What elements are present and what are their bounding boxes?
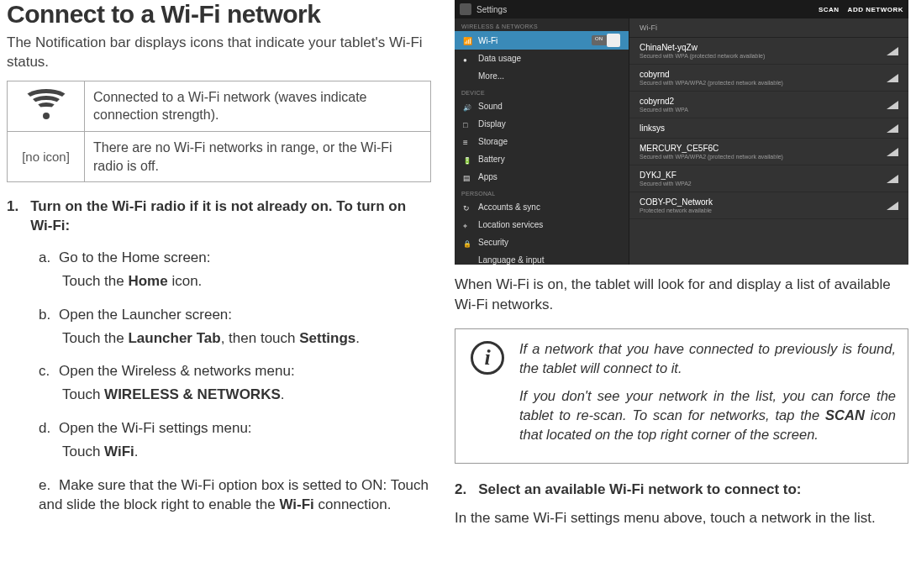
sidebar-item-language[interactable]: Language & input [455, 251, 629, 265]
wifi-signal-icon [23, 89, 70, 119]
signal-icon [887, 101, 898, 109]
sidebar-item-display[interactable]: Display [455, 115, 629, 133]
signal-icon [887, 124, 898, 133]
signal-icon [887, 148, 898, 156]
sidebar-item-security[interactable]: Security [455, 234, 629, 251]
network-security: Secured with WPA/WPA2 (protected network… [640, 80, 887, 86]
network-name: DYKJ_KF [640, 171, 887, 180]
battery-icon [463, 155, 471, 164]
network-security: Secured with WPA2 [640, 181, 887, 186]
data-usage-icon [463, 55, 471, 63]
intro-text: The Notification bar displays icons that… [7, 34, 431, 72]
step-2-desc: In the same Wi-Fi settings menu above, t… [455, 508, 908, 528]
wifi-icon [463, 36, 471, 45]
sidebar-item-storage[interactable]: Storage [455, 133, 629, 150]
network-name: cobyrnd2 [640, 97, 887, 106]
substep-d: d.Open the Wi-Fi settings menu: Touch Wi… [39, 418, 431, 462]
substep-e: e.Make sure that the Wi-Fi option box is… [39, 475, 431, 516]
display-icon [463, 120, 471, 129]
signal-icon [887, 47, 898, 55]
network-name: MERCURY_CE5F6C [640, 144, 887, 153]
status-noicon-desc: There are no Wi-Fi networks in range, or… [85, 132, 431, 182]
network-row[interactable]: linksys [629, 118, 908, 139]
info-paragraph-2: If you don't see your network in the lis… [519, 386, 896, 444]
apps-icon [463, 173, 471, 181]
location-icon [463, 221, 471, 229]
device-header: DEVICE [455, 85, 629, 97]
settings-title: Settings [476, 5, 507, 14]
network-row[interactable]: MERCURY_CE5F6CSecured with WPA/WPA2 (pro… [629, 139, 908, 165]
step-2: 2. Select an available Wi-Fi network to … [455, 480, 908, 500]
settings-screenshot: Settings SCAN ADD NETWORK WIRELESS & NET… [455, 0, 908, 265]
step-2-number: 2. [455, 480, 466, 500]
lock-icon [463, 239, 471, 247]
settings-app-icon [460, 3, 471, 15]
signal-icon [887, 202, 898, 210]
add-network-button[interactable]: ADD NETWORK [848, 6, 903, 13]
network-security: Protected network available [640, 207, 887, 213]
personal-header: PERSONAL [455, 186, 629, 198]
wifi-panel-header: Wi-Fi [629, 18, 908, 38]
substep-c: c.Open the Wireless & networks menu: Tou… [39, 361, 431, 405]
no-icon-label: [no icon] [22, 150, 70, 164]
info-paragraph-1: If a network that you have connected to … [519, 339, 896, 378]
network-security: Secured with WPA [640, 107, 887, 113]
network-row[interactable]: cobyrnd2Secured with WPA [629, 92, 908, 118]
network-row[interactable]: cobyrndSecured with WPA/WPA2 (protected … [629, 65, 908, 92]
scan-button[interactable]: SCAN [819, 6, 840, 13]
page-title: Connect to a Wi-Fi network [7, 0, 431, 29]
wifi-status-table: Connected to a Wi-Fi network (waves indi… [7, 81, 431, 182]
sidebar-item-more[interactable]: More... [455, 67, 629, 85]
substep-a: a.Go to the Home screen: Touch the Home … [39, 248, 431, 291]
sidebar-item-location[interactable]: Location services [455, 216, 629, 234]
sidebar-item-data-usage[interactable]: Data usage [455, 50, 629, 67]
network-name: ChinaNet-yqZw [640, 43, 887, 52]
step-1-text: Turn on the Wi-Fi radio if it is not alr… [30, 197, 431, 236]
sidebar-item-apps[interactable]: Apps [455, 168, 629, 186]
network-row[interactable]: COBY-PC_NetworkProtected network availab… [629, 192, 908, 219]
network-row[interactable]: DYKJ_KFSecured with WPA2 [629, 165, 908, 192]
sidebar-item-sound[interactable]: Sound [455, 97, 629, 115]
network-security: Secured with WPA/WPA2 (protected network… [640, 154, 887, 160]
speaker-icon [463, 102, 471, 111]
step-1: 1. Turn on the Wi-Fi radio if it is not … [7, 197, 431, 236]
wifi-on-caption: When Wi-Fi is on, the tablet will look f… [455, 275, 908, 315]
info-box: i If a network that you have connected t… [455, 328, 908, 464]
substep-b: b.Open the Launcher screen: Touch the La… [39, 305, 431, 349]
status-connected-desc: Connected to a Wi-Fi network (waves indi… [85, 81, 431, 131]
sidebar-item-wifi[interactable]: Wi-Fi ON [455, 31, 629, 50]
network-name: COBY-PC_Network [640, 197, 887, 207]
network-security: Secured with WPA (protected network avai… [640, 53, 887, 59]
wifi-toggle[interactable]: ON [592, 35, 620, 45]
storage-icon [463, 138, 471, 146]
sidebar-item-accounts[interactable]: Accounts & sync [455, 198, 629, 216]
network-name: cobyrnd [640, 70, 887, 79]
settings-sidebar: WIRELESS & NETWORKS Wi-Fi ON Data usage … [455, 18, 629, 265]
step-2-text: Select an available Wi-Fi network to con… [478, 480, 801, 500]
step-1-number: 1. [7, 197, 18, 236]
signal-icon [887, 74, 898, 82]
network-row[interactable]: ChinaNet-yqZwSecured with WPA (protected… [629, 38, 908, 65]
network-list: ChinaNet-yqZwSecured with WPA (protected… [629, 38, 908, 219]
info-icon: i [471, 341, 504, 375]
wireless-networks-header: WIRELESS & NETWORKS [455, 18, 629, 31]
sync-icon [463, 203, 471, 212]
signal-icon [887, 175, 898, 183]
network-name: linksys [640, 123, 887, 133]
sidebar-item-battery[interactable]: Battery [455, 150, 629, 168]
